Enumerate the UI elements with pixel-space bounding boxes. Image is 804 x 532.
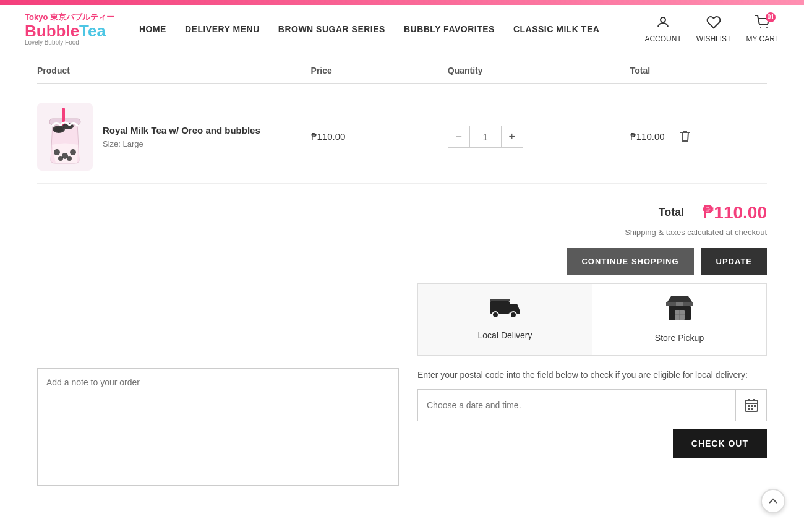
store-svg — [666, 296, 693, 321]
nav-bubbly-favorites[interactable]: BUBBLY FAVORITES — [404, 24, 495, 34]
svg-point-12 — [54, 127, 63, 132]
svg-rect-20 — [676, 302, 683, 306]
chevron-up-icon — [768, 496, 778, 506]
store-pickup-option[interactable]: Store Pickup — [592, 284, 766, 355]
col-header-total: Total — [630, 66, 767, 75]
svg-point-2 — [766, 27, 768, 28]
logo[interactable]: Tokyo 東京バブルティー BubbleTea Lovely Bubbly F… — [25, 12, 114, 46]
quantity-increase-button[interactable]: + — [501, 126, 523, 148]
scroll-up-button[interactable] — [761, 489, 785, 513]
account-icon-item[interactable]: ACCOUNT — [644, 15, 681, 43]
local-delivery-option[interactable]: Local Delivery — [418, 284, 592, 355]
table-row: Royal Milk Tea w/ Oreo and bubbles Size:… — [37, 90, 767, 184]
cart-icon: 01 — [755, 15, 771, 33]
product-cup-svg — [43, 108, 87, 166]
nav-classic-milk-tea[interactable]: CLASSIC MILK TEA — [513, 24, 599, 34]
checkout-button[interactable]: CHECK OUT — [673, 429, 767, 458]
nav-brown-sugar[interactable]: BROWN SUGAR SERIES — [278, 24, 385, 34]
svg-rect-13 — [490, 301, 510, 314]
shipping-note: Shipping & taxes calculated at checkout — [625, 228, 767, 237]
product-image — [37, 103, 93, 171]
logo-tagline: Lovely Bubbly Food — [25, 39, 79, 46]
checkout-area: Enter your postal code into the field be… — [417, 368, 767, 458]
delivery-section: Local Delivery Store Pickup — [37, 283, 767, 356]
item-total-amount: ₱110.00 — [630, 131, 665, 142]
header: Tokyo 東京バブルティー BubbleTea Lovely Bubbly F… — [0, 5, 804, 53]
cart-item-total: ₱110.00 — [630, 127, 767, 147]
date-time-input[interactable] — [418, 392, 735, 419]
note-area — [37, 368, 399, 488]
delivery-truck-icon — [490, 296, 521, 324]
svg-point-8 — [58, 156, 63, 161]
action-buttons: CONTINUE SHOPPING UPDATE — [567, 248, 767, 275]
quantity-input[interactable] — [470, 126, 501, 148]
cart-label: MY CART — [746, 35, 779, 43]
col-header-price: Price — [311, 66, 448, 75]
account-label: ACCOUNT — [644, 35, 681, 43]
total-label: Total — [659, 206, 685, 219]
cart-item-info: Royal Milk Tea w/ Oreo and bubbles Size:… — [103, 125, 260, 148]
delivery-options: Local Delivery Store Pickup — [417, 283, 767, 356]
pink-top-bar — [0, 0, 804, 5]
svg-rect-16 — [490, 299, 510, 301]
cart-item-product: Royal Milk Tea w/ Oreo and bubbles Size:… — [37, 103, 311, 171]
cart-item-price: ₱110.00 — [311, 131, 448, 142]
calendar-icon — [745, 398, 758, 412]
bottom-section: Enter your postal code into the field be… — [37, 368, 767, 488]
svg-point-7 — [70, 149, 76, 155]
delete-item-button[interactable] — [677, 127, 693, 147]
wishlist-icon — [706, 15, 721, 33]
col-header-product: Product — [37, 66, 311, 75]
item-name: Royal Milk Tea w/ Oreo and bubbles — [103, 125, 260, 135]
item-size: Size: Large — [103, 139, 260, 148]
svg-rect-27 — [748, 405, 750, 407]
nav-delivery-menu[interactable]: DELIVERY MENU — [185, 24, 260, 34]
svg-point-15 — [510, 312, 516, 318]
update-button[interactable]: UPDATE — [701, 248, 767, 275]
total-row: Total ₱110.00 — [659, 202, 767, 223]
header-icons: ACCOUNT WISHLIST 01 MY CART — [644, 15, 779, 43]
wishlist-label: WISHLIST — [696, 35, 732, 43]
wishlist-icon-item[interactable]: WISHLIST — [696, 15, 732, 43]
continue-shopping-button[interactable]: CONTINUE SHOPPING — [567, 248, 693, 275]
svg-point-14 — [492, 312, 498, 318]
svg-point-9 — [67, 156, 72, 161]
svg-point-1 — [760, 27, 761, 28]
delivery-info-text: Enter your postal code into the field be… — [417, 368, 767, 382]
trash-icon — [680, 129, 691, 142]
logo-main-text: BubbleTea — [25, 23, 106, 39]
main-nav: HOME DELIVERY MENU BROWN SUGAR SERIES BU… — [139, 24, 644, 34]
store-pickup-label: Store Pickup — [655, 333, 704, 343]
main-content: Product Price Quantity Total — [0, 53, 804, 513]
truck-svg — [490, 296, 521, 319]
svg-rect-28 — [751, 405, 753, 407]
store-icon — [666, 296, 693, 327]
svg-point-5 — [54, 149, 60, 155]
col-header-quantity: Quantity — [448, 66, 630, 75]
cart-item-quantity: − + — [448, 126, 630, 148]
totals-right: Total ₱110.00 Shipping & taxes calculate… — [567, 202, 767, 275]
cart-badge: 01 — [766, 12, 776, 22]
totals-section: Total ₱110.00 Shipping & taxes calculate… — [37, 202, 767, 275]
svg-rect-31 — [751, 408, 753, 410]
nav-home[interactable]: HOME — [139, 24, 166, 34]
local-delivery-label: Local Delivery — [478, 330, 532, 340]
date-time-row — [417, 389, 767, 421]
account-icon — [656, 15, 670, 33]
cart-icon-item[interactable]: 01 MY CART — [746, 15, 779, 43]
svg-point-0 — [661, 17, 665, 22]
quantity-decrease-button[interactable]: − — [448, 126, 470, 148]
svg-rect-29 — [754, 405, 756, 407]
total-amount: ₱110.00 — [703, 202, 767, 223]
cart-table-header: Product Price Quantity Total — [37, 66, 767, 84]
order-note-textarea[interactable] — [37, 368, 399, 486]
calendar-button[interactable] — [735, 390, 766, 421]
svg-rect-30 — [748, 408, 750, 410]
